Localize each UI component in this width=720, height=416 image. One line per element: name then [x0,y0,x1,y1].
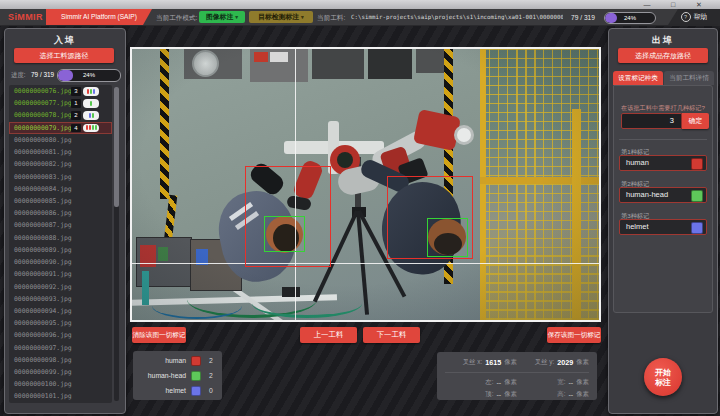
progress-percent: 24% [605,13,655,23]
legend-color-chip [191,371,201,381]
file-list-item[interactable]: 00000000086.jpg [9,207,112,219]
file-list-item[interactable]: 00000000095.jpg [9,317,112,329]
legend-count: 2 [206,372,216,379]
help-button[interactable]: ? 帮助 [668,9,720,25]
legend-count: 2 [206,357,216,364]
file-name: 00000000079.jpg [14,122,72,134]
progress-percent: 24% [58,70,120,81]
bounding-box-human-head[interactable] [427,218,468,257]
file-list-item[interactable]: 00000000097.jpg [9,342,112,354]
select-source-path-button[interactable]: 选择工料源路径 [14,48,114,63]
maximize-button[interactable]: □ [662,0,684,9]
file-list-item[interactable]: 00000000093.jpg [9,293,112,305]
legend-color-chip [191,386,201,396]
close-button[interactable]: ✕ [688,0,710,9]
file-list-item[interactable]: 00000000088.jpg [9,232,112,244]
file-list-item[interactable]: 00000000089.jpg [9,244,112,256]
legend-color-chip [191,356,201,366]
mark-color-chip[interactable] [691,222,703,234]
mark-color-chip[interactable] [691,190,703,202]
file-name: 00000000098.jpg [14,354,72,366]
next-item-button[interactable]: 下一工料 [363,327,420,343]
file-list-item[interactable]: 00000000082.jpg [9,158,112,170]
file-list-item[interactable]: 00000000094.jpg [9,305,112,317]
file-list-item[interactable]: 00000000079.jpg4 [9,122,112,134]
confirm-button[interactable]: 确定 [682,113,709,129]
save-all-marks-button[interactable]: 保存该图一切标记 [547,327,601,343]
image-annotation-mode-dropdown[interactable]: 图像标注▾ [199,11,245,23]
stat-unit: 像素 [576,378,589,387]
annotation-layer [132,49,599,320]
stat-value: 2029 [557,358,573,367]
mark-type-input[interactable]: human-head [619,187,707,203]
stat-cell: 叉丝 x:1615像素 [445,355,517,370]
stat-label: 叉丝 x: [463,358,483,367]
file-list-item[interactable]: 00000000100.jpg [9,378,112,390]
annotation-canvas[interactable] [130,47,601,322]
file-annotation-colors [83,87,99,96]
legend-class-name: human [133,357,186,364]
cursor-stats-panel: 叉丝 x:1615像素叉丝 y:2029像素 左:--像素宽:--像素顶:--像… [437,352,597,400]
mark-type-input[interactable]: human [619,155,707,171]
stat-unit: 像素 [504,378,517,387]
file-annotation-colors [83,99,99,108]
clear-all-marks-button[interactable]: 清除该图一切标记 [132,327,186,343]
bounding-box-human-head[interactable] [264,216,305,252]
file-list[interactable]: 00000000076.jpg300000000077.jpg100000000… [9,85,112,403]
top-toolbar: SiMMIR Simmir AI Platform (SAIP) 当前工作模式:… [0,9,720,26]
file-list-item[interactable]: 00000000099.jpg [9,366,112,378]
mark-type-input[interactable]: helmet [619,219,707,235]
file-list-item[interactable]: 00000000080.jpg [9,134,112,146]
import-panel: 入埠 选择工料源路径 进度: 79 / 319 24% 00000000076.… [4,28,126,414]
file-list-item[interactable]: 00000000092.jpg [9,281,112,293]
file-list-item[interactable]: 00000000081.jpg [9,146,112,158]
tab-mark-types[interactable]: 设置标记种类 [613,71,663,85]
file-list-item[interactable]: 00000000076.jpg3 [9,85,112,97]
start-annotation-button[interactable]: 开始 标注 [644,358,682,396]
file-list-item[interactable]: 00000000090.jpg [9,256,112,268]
mark-type-value: human [626,156,649,170]
stat-cell: 宽:--像素 [517,376,589,388]
mark-color-chip[interactable] [691,158,703,170]
legend-class-name: helmet [133,387,186,394]
file-list-item[interactable]: 00000000077.jpg1 [9,97,112,109]
file-name: 00000000095.jpg [14,317,72,329]
mode-value: 目标检测标注 [258,13,299,20]
progress-bar: 24% [604,12,656,24]
file-list-scrollbar-thumb[interactable] [114,87,119,207]
current-file-label: 当前工料: [317,14,345,23]
divider [619,139,707,140]
file-name: 00000000092.jpg [14,281,72,293]
tab-item-details[interactable]: 当前工料详情 [664,71,714,85]
file-name: 00000000083.jpg [14,171,72,183]
legend-class-name: human-head [133,372,186,379]
help-icon: ? [681,12,691,22]
file-list-item[interactable]: 00000000096.jpg [9,329,112,341]
file-name: 00000000100.jpg [14,378,72,390]
previous-item-button[interactable]: 上一工料 [300,327,357,343]
file-list-item[interactable]: 00000000084.jpg [9,183,112,195]
chevron-down-icon: ▾ [235,14,238,20]
file-list-item[interactable]: 00000000085.jpg [9,195,112,207]
detection-mode-dropdown[interactable]: 目标检测标注▾ [249,11,313,23]
file-annotation-colors [83,111,99,120]
help-label: 帮助 [694,12,708,22]
file-name: 00000000090.jpg [14,256,72,268]
file-list-item[interactable]: 00000000078.jpg2 [9,109,112,121]
progress-counter: 79 / 319 [31,71,54,78]
file-list-item[interactable]: 00000000091.jpg [9,268,112,280]
file-name: 00000000097.jpg [14,342,72,354]
file-name: 00000000077.jpg [14,97,72,109]
file-list-item[interactable]: 00000000101.jpg [9,390,112,402]
file-list-item[interactable]: 00000000087.jpg [9,219,112,231]
mark-count-input[interactable]: 3 [621,113,682,129]
file-list-item[interactable]: 00000000083.jpg [9,171,112,183]
stat-label: 高: [557,390,565,399]
file-name: 00000000086.jpg [14,207,72,219]
select-output-path-button[interactable]: 选择成品存放路径 [618,48,708,63]
import-progress-bar: 24% [57,69,121,82]
minimize-button[interactable]: — [636,0,658,9]
export-panel: 出埠 选择成品存放路径 设置标记种类当前工料详情 在该批工料中需要打几种标记? … [608,28,718,414]
file-list-item[interactable]: 00000000098.jpg [9,354,112,366]
mark-count-question: 在该批工料中需要打几种标记? [613,104,713,113]
